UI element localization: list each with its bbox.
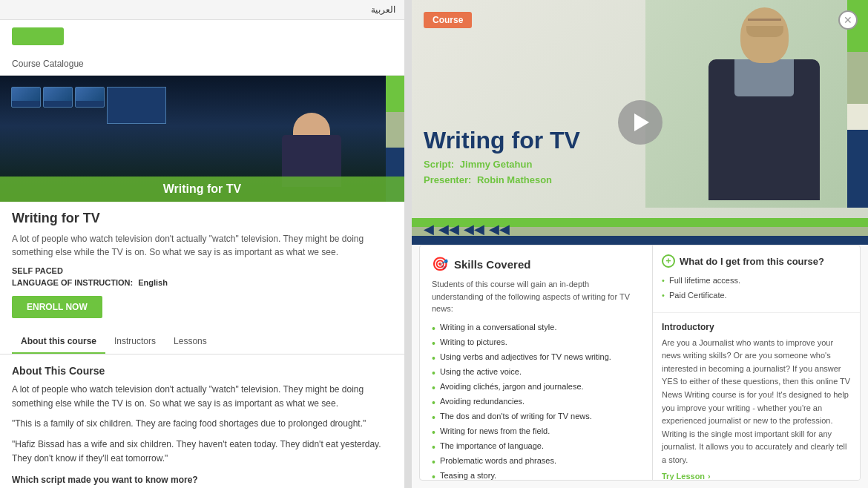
prev-button[interactable]: ◀ bbox=[424, 221, 434, 237]
skill-bullet-6: • bbox=[432, 398, 435, 408]
skill-bullet-8: • bbox=[432, 427, 435, 438]
skill-6: • Avoiding redundancies. bbox=[432, 397, 640, 408]
close-button[interactable]: ✕ bbox=[838, 10, 858, 30]
rewind2-button[interactable]: ◀◀ bbox=[464, 221, 484, 237]
skills-left: 🎯 Skills Covered Students of this course… bbox=[420, 245, 652, 480]
skill-bullet-2: • bbox=[432, 338, 435, 349]
skill-bullet-4: • bbox=[432, 368, 435, 378]
skill-8: • Writing for news from the field. bbox=[432, 426, 640, 438]
video-main-title: Writing for TV bbox=[424, 126, 580, 154]
play-button[interactable] bbox=[618, 100, 662, 145]
video-script-credit: Script: Jimmy Getahun bbox=[424, 159, 580, 170]
what-get-list: Full lifetime access. Paid Certificate. bbox=[662, 274, 851, 303]
skills-title: Skills Covered bbox=[454, 258, 530, 271]
video-section: Course bbox=[412, 0, 868, 245]
what-get-item-2: Paid Certificate. bbox=[662, 288, 851, 303]
about-para-1: A lot of people who watch television don… bbox=[12, 383, 392, 411]
enroll-button[interactable]: ENROLL NOW bbox=[12, 296, 102, 318]
skill-11: • Teasing a story. bbox=[432, 471, 640, 481]
left-panel: العربية Course Catalogue bbox=[0, 0, 404, 488]
intro-box: Introductory Are you a Journalist who wa… bbox=[653, 313, 860, 480]
language-label: LANGUAGE OF INSTRUCTION: bbox=[12, 278, 133, 287]
monitor-3 bbox=[75, 87, 105, 108]
breadcrumb-text[interactable]: Course Catalogue bbox=[12, 59, 84, 69]
intro-title: Introductory bbox=[662, 322, 851, 332]
skill-4: • Using the active voice. bbox=[432, 367, 640, 378]
skill-bullet-10: • bbox=[432, 457, 435, 467]
about-section: About This Course A lot of people who wa… bbox=[0, 355, 404, 488]
tab-about[interactable]: About this course bbox=[12, 330, 105, 354]
try-lesson-arrow: › bbox=[708, 472, 711, 480]
wide-monitor bbox=[107, 87, 166, 124]
skill-10: • Problematic words and phrases. bbox=[432, 456, 640, 467]
video-title-area: Writing for TV Script: Jimmy Getahun Pre… bbox=[424, 126, 580, 185]
what-get-title: + What do I get from this course? bbox=[662, 254, 851, 268]
video-presenter-credit: Presenter: Robin Matheson bbox=[424, 174, 580, 185]
skill-bullet-11: • bbox=[432, 472, 435, 481]
skill-bullet-7: • bbox=[432, 412, 435, 423]
about-bold-question: Which script made you want to know more? bbox=[12, 473, 392, 487]
presenter-body bbox=[708, 59, 820, 200]
what-get-plus2-icon: + bbox=[662, 254, 675, 268]
monitor-group bbox=[11, 87, 166, 124]
course-pace: SELF PACED bbox=[12, 266, 392, 275]
tab-lessons[interactable]: Lessons bbox=[165, 330, 216, 354]
rewind-button[interactable]: ◀◀ bbox=[438, 221, 459, 237]
arabic-header: العربية bbox=[0, 0, 404, 20]
language-value: English bbox=[138, 278, 168, 287]
skill-bullet-9: • bbox=[432, 442, 435, 452]
skill-1: • Writing in a conversational style. bbox=[432, 323, 640, 334]
right-panel: ✕ Course bbox=[412, 0, 868, 488]
tab-instructors[interactable]: Instructors bbox=[105, 330, 165, 354]
skill-3: • Using verbs and adjectives for TV news… bbox=[432, 352, 640, 363]
monitor-2 bbox=[43, 87, 73, 108]
rewind3-button[interactable]: ◀◀ bbox=[489, 221, 510, 237]
logo-area bbox=[0, 20, 404, 53]
what-get-box: + What do I get from this course? Full l… bbox=[653, 245, 860, 313]
about-para-3: "Hafiz Bissad has a wife and six childre… bbox=[12, 438, 392, 466]
presenter-figure bbox=[690, 7, 838, 208]
try-lesson-button[interactable]: Try Lesson › bbox=[662, 472, 711, 480]
about-para-2: "This is a family of six children. They … bbox=[12, 417, 392, 431]
tabs-row: About this course Instructors Lessons bbox=[0, 330, 404, 355]
monitor-1 bbox=[11, 87, 41, 108]
course-title-overlay: Writing for TV bbox=[0, 177, 404, 202]
script-label: Script: bbox=[424, 159, 454, 170]
skill-bullet-1: • bbox=[432, 323, 435, 334]
course-card: Writing for TV Writing for TV A lot of p… bbox=[0, 76, 404, 327]
skills-panel: 🎯 Skills Covered Students of this course… bbox=[419, 245, 861, 481]
presenter-head bbox=[740, 7, 789, 63]
skill-5: • Avoiding clichés, jargon and journales… bbox=[432, 382, 640, 393]
course-card-image: Writing for TV bbox=[0, 76, 404, 202]
pace-label: SELF PACED bbox=[12, 266, 63, 275]
intro-text: Are you a Journalist who wants to improv… bbox=[662, 337, 851, 467]
course-badge: Course bbox=[424, 12, 472, 28]
arabic-label: العربية bbox=[371, 4, 395, 15]
logo[interactable] bbox=[12, 27, 64, 45]
presenter-name: Robin Matheson bbox=[477, 174, 552, 185]
skill-bullet-5: • bbox=[432, 383, 435, 393]
play-icon bbox=[634, 113, 649, 131]
overlay-title: Writing for TV bbox=[163, 182, 241, 195]
presenter-label: Presenter: bbox=[424, 174, 471, 185]
skill-7: • The dos and don'ts of writing for TV n… bbox=[432, 412, 640, 423]
panel-separator bbox=[404, 0, 412, 488]
course-info-title: Writing for TV bbox=[12, 211, 392, 226]
color-bars-right bbox=[847, 0, 868, 208]
skills-header: 🎯 Skills Covered bbox=[432, 256, 640, 272]
presenter-area bbox=[645, 0, 868, 208]
video-controls: ◀ ◀◀ ◀◀ ◀◀ bbox=[424, 221, 510, 237]
course-language-meta: LANGUAGE OF INSTRUCTION: English bbox=[12, 278, 392, 287]
skills-subtitle: Students of this course will gain an in-… bbox=[432, 278, 640, 315]
course-info-panel: Writing for TV A lot of people who watch… bbox=[0, 202, 404, 327]
skills-right: + What do I get from this course? Full l… bbox=[652, 245, 860, 480]
what-get-item-1: Full lifetime access. bbox=[662, 274, 851, 288]
skill-9: • The importance of language. bbox=[432, 441, 640, 452]
skill-bullet-3: • bbox=[432, 353, 435, 363]
breadcrumb: Course Catalogue bbox=[0, 53, 404, 76]
skill-2: • Writing to pictures. bbox=[432, 337, 640, 349]
about-title: About This Course bbox=[12, 365, 392, 377]
course-description: A lot of people who watch television don… bbox=[12, 232, 392, 259]
script-name: Jimmy Getahun bbox=[460, 159, 533, 170]
skills-icon: 🎯 bbox=[432, 256, 448, 272]
